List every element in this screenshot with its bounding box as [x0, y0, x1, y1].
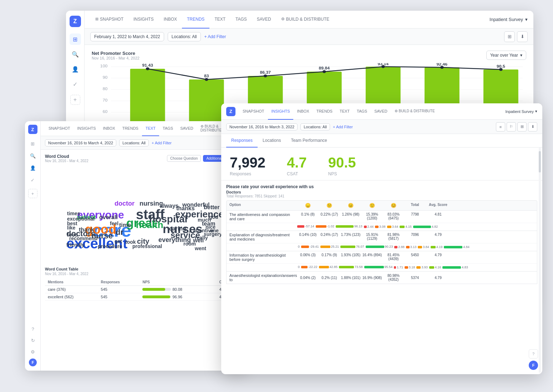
wc-nav-snapshot[interactable]: SNAPSHOT — [45, 121, 74, 136]
sidebar-icon-user[interactable]: 👤 — [70, 63, 81, 75]
svg-point-59 — [264, 74, 267, 77]
wc-icon-add[interactable]: + — [28, 189, 37, 198]
wc-nav-insights[interactable]: INSIGHTS — [74, 121, 100, 136]
wc-icon-user[interactable]: 👤 — [28, 163, 37, 172]
snap-subtab-responses[interactable]: Responses — [226, 134, 258, 148]
nav-text[interactable]: TEXT — [209, 11, 230, 29]
word-dr[interactable]: dr — [116, 228, 123, 237]
snap-add-filter[interactable]: + Add Filter — [333, 125, 353, 129]
kpi-nps-label: NPS — [328, 171, 356, 176]
snap-avatar[interactable]: F — [529, 361, 538, 370]
wc-location-filter[interactable]: Locations: All — [119, 139, 149, 146]
wc-nav-saved[interactable]: SAVED — [177, 121, 197, 136]
snap-nav-inbox[interactable]: INBOX — [293, 103, 313, 120]
snap-date-filter[interactable]: November 16, 2016 to March 3, 2022 — [226, 123, 298, 130]
choose-question-btn[interactable]: Choose Question — [167, 155, 201, 162]
snap-subtab-locations[interactable]: Locations — [258, 134, 286, 148]
sidebar-icon-check[interactable]: ✓ — [70, 78, 81, 90]
nav-insights[interactable]: INSIGHTS — [128, 11, 159, 29]
sidebar-icon-search[interactable]: 🔍 — [70, 48, 81, 60]
snap-grid-view[interactable]: ⊞ — [517, 122, 527, 131]
snap-toolbar: November 16, 2016 to March 3, 2022 Locat… — [221, 120, 542, 134]
chart-title-block: Net Promoter Score Nov 16, 2016 - Mar 4,… — [92, 51, 139, 60]
word-procedure[interactable]: procedure — [98, 243, 122, 249]
word-friendly[interactable]: friendly — [66, 242, 85, 248]
wc-icon-apps[interactable]: ⊞ — [28, 139, 37, 148]
word-like[interactable]: like — [67, 225, 75, 231]
yoy-select[interactable]: Year over Year ▾ — [486, 51, 526, 60]
snap-nav-snapshot[interactable]: SNAPSHOT — [239, 103, 268, 120]
location-filter[interactable]: Locations: All — [168, 32, 201, 41]
survey-select[interactable]: Inpatient Survey ▾ — [489, 17, 528, 22]
word-well[interactable]: well — [193, 237, 204, 244]
date-filter[interactable]: February 1, 2022 to March 4, 2022 — [90, 32, 164, 41]
snap-help-btn[interactable]: ? — [529, 349, 538, 359]
nav-build[interactable]: ⚙ BUILD & DISTRIBUTE — [276, 11, 334, 29]
snap-total-r2: 7096 — [404, 233, 426, 237]
word-caring[interactable]: caring — [169, 226, 186, 232]
kpi-nps-value: 90.5 — [328, 155, 356, 171]
wc-date-filter[interactable]: November 16, 2016 to March 4, 2022 — [45, 139, 116, 146]
word-time[interactable]: time — [119, 222, 131, 228]
snap-nav-saved[interactable]: SAVED — [371, 103, 391, 120]
snap-location-filter[interactable]: Locations: All — [300, 123, 330, 130]
wc-nav-trends[interactable]: TRENDS — [119, 121, 142, 136]
nav-tags[interactable]: TAGS — [230, 11, 252, 29]
snap-nav-build[interactable]: ⚙ BUILD & DISTRIBUTE — [391, 103, 438, 120]
wc-icon-help[interactable]: ? — [28, 324, 37, 334]
wc-icon-search[interactable]: 🔍 — [28, 151, 37, 160]
word-exceptional[interactable]: exceptional — [67, 216, 95, 222]
word-times[interactable]: times — [67, 211, 80, 216]
scrollbar-thumb[interactable] — [539, 151, 541, 172]
word-thank[interactable]: thank — [79, 227, 94, 233]
snap-subtab-team[interactable]: Team Performance — [286, 134, 332, 148]
grid-view-button[interactable]: ⊞ — [504, 31, 515, 42]
wc-nav-tags[interactable]: TAGS — [159, 121, 177, 136]
word-always[interactable]: always — [160, 203, 178, 209]
snap-col1-r3: 0.06% (3) — [297, 253, 319, 257]
add-filter-button[interactable]: + Add Filter — [204, 34, 226, 39]
download-button[interactable]: ⬇ — [517, 31, 528, 42]
word-took[interactable]: took — [125, 239, 136, 245]
word-professional[interactable]: professional — [132, 243, 162, 249]
snap-bar-r1-2: -1.02 — [316, 224, 335, 228]
wc-nav-inbox[interactable]: INBOX — [99, 121, 118, 136]
nav-snapshot[interactable]: ⊞ SNAPSHOT — [90, 11, 128, 29]
wct-title: Word Count Table — [45, 267, 242, 271]
word-feel[interactable]: feel — [110, 221, 118, 226]
snap-nav-trends[interactable]: TRENDS — [313, 103, 336, 120]
word-went[interactable]: went — [195, 246, 206, 251]
snap-nav-text[interactable]: TEXT — [336, 103, 353, 120]
wc-avatar[interactable]: F — [29, 359, 37, 366]
wc-icon-check[interactable]: ✓ — [28, 175, 37, 185]
word-health[interactable]: health — [136, 220, 163, 231]
snap-tag-view[interactable]: ⚐ — [507, 122, 516, 131]
word-doctor[interactable]: doctor — [115, 200, 135, 207]
snap-nav-tags[interactable]: TAGS — [353, 103, 371, 120]
word-one[interactable]: one — [210, 228, 219, 233]
snap-table-question: Please rate your overall experience with… — [226, 184, 537, 189]
wc-add-filter[interactable]: + Add Filter — [152, 141, 172, 145]
snap-list-view[interactable]: ≡ — [496, 122, 505, 131]
snap-col1-r1: 0.1% (8) — [297, 212, 319, 216]
sidebar-icon-apps[interactable]: ⊞ — [70, 33, 81, 45]
sidebar-add-button[interactable]: + — [70, 95, 80, 105]
word-get[interactable]: get — [115, 238, 122, 244]
word-overall[interactable]: overall — [99, 214, 118, 221]
nav-inbox[interactable]: INBOX — [159, 11, 182, 29]
word-thanks[interactable]: thanks — [176, 205, 195, 212]
snap-survey-select[interactable]: Inpatient Survey ▾ — [506, 109, 538, 114]
snap-th-total: Total — [404, 203, 426, 208]
word-food[interactable]: food — [67, 232, 78, 238]
scrollbar-track[interactable] — [539, 148, 541, 373]
snap-bar-r1-5: 3.08 — [375, 225, 386, 228]
word-god[interactable]: god — [209, 214, 218, 220]
snap-download[interactable]: ⬇ — [528, 122, 537, 131]
nav-trends[interactable]: TRENDS — [182, 11, 209, 29]
wc-nav-text[interactable]: TEXT — [142, 121, 159, 136]
word-better[interactable]: better — [204, 204, 219, 211]
wc-icon-settings[interactable]: ⚙ — [28, 347, 37, 356]
nav-saved[interactable]: SAVED — [252, 11, 276, 29]
snap-nav-insights[interactable]: INSIGHTS — [268, 103, 294, 120]
wc-icon-refresh[interactable]: ↻ — [28, 336, 37, 345]
